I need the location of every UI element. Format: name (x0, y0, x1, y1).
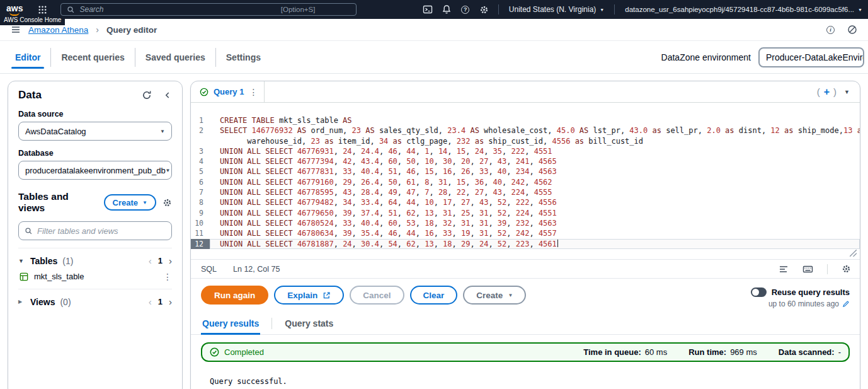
notifications-bell-icon[interactable] (437, 0, 456, 19)
page-number: 1 (158, 297, 163, 306)
text-cursor (557, 240, 559, 247)
database-select[interactable]: producerdatalakeenvironment_pub_db ▼ (18, 161, 172, 180)
run-time-metric: Run time:969 ms (688, 347, 757, 357)
datazone-environment-select[interactable]: Producer-DataLakeEnvironn (758, 47, 864, 67)
reuse-duration-text: up to 60 minutes ago (768, 299, 839, 308)
slashed-circle-icon[interactable] (847, 25, 857, 35)
editor-line[interactable]: 1CREATE TABLE mkt_sls_table AS (191, 115, 860, 125)
refresh-icon[interactable] (142, 90, 152, 100)
clear-button[interactable]: Clear (410, 286, 458, 305)
page-previous-icon[interactable]: ‹ (149, 296, 152, 307)
editor-line[interactable]: 5UNION ALL SELECT 46777831, 33, 40.4, 51… (191, 166, 860, 177)
search-shortcut: [Option+S] (281, 6, 316, 13)
cloudshell-icon[interactable] (418, 0, 437, 19)
breadcrumb-service-link[interactable]: Amazon Athena (28, 25, 88, 35)
results-tab-divider (271, 318, 272, 329)
athena-tabs-bar: Editor Recent queries Saved queries Sett… (0, 41, 868, 74)
tab-list-dropdown-icon[interactable]: ▼ (844, 89, 850, 95)
filter-tables-field[interactable] (18, 221, 172, 240)
run-again-button[interactable]: Run again (201, 286, 268, 305)
query-tab-kebab-icon[interactable]: ⋮ (249, 88, 258, 96)
query-editor-panel: Query 1 ⋮ ( + ) ▼ 1CREATE TABLE mkt_sls_… (190, 81, 860, 389)
line-number: 10 (191, 218, 210, 228)
editor-line[interactable]: 6UNION ALL SELECT 46779160, 29, 26.4, 50… (191, 177, 860, 187)
tab-query-stats[interactable]: Query stats (283, 315, 334, 334)
status-bar-divider (827, 264, 828, 274)
query-tab[interactable]: Query 1 ⋮ (191, 81, 265, 102)
tab-saved-queries[interactable]: Saved queries (135, 48, 215, 67)
editor-line[interactable]: 10UNION ALL SELECT 46780524, 33, 40.4, 6… (191, 218, 860, 228)
tab-settings[interactable]: Settings (215, 48, 271, 67)
chevron-down-icon: ▼ (18, 258, 25, 264)
line-number: 4 (191, 156, 210, 166)
editor-line[interactable]: 7UNION ALL SELECT 46778595, 43, 28.4, 49… (191, 187, 860, 197)
new-query-tab-button[interactable]: + (820, 86, 833, 98)
search-icon (25, 227, 33, 235)
line-number: 8 (191, 197, 210, 207)
help-icon[interactable]: ? (456, 0, 475, 19)
database-label: Database (18, 149, 172, 158)
page-next-icon[interactable]: › (169, 296, 172, 307)
console-header: aws [Option+S] ? (0, 0, 868, 19)
tables-section-header[interactable]: ▼ Tables (1) ‹ 1 › (18, 248, 172, 266)
editor-line[interactable]: 11UNION ALL SELECT 46780634, 39, 35.4, 4… (191, 228, 860, 238)
console-search[interactable]: [Option+S] (60, 3, 357, 16)
filter-tables-input[interactable] (37, 226, 166, 236)
data-source-label: Data source (18, 110, 172, 119)
hamburger-menu-icon[interactable] (11, 25, 21, 35)
editor-line[interactable]: 2SELECT 146776932 AS ord_num, 23 AS sale… (191, 125, 860, 136)
datazone-environment-label: DataZone environment (661, 52, 751, 62)
line-number: 11 (191, 228, 210, 238)
tab-recent-queries[interactable]: Recent queries (50, 48, 134, 67)
format-query-icon[interactable] (779, 264, 789, 274)
create-button[interactable]: Create ▼ (104, 194, 156, 211)
info-icon[interactable]: i (826, 26, 835, 34)
editor-line[interactable]: 4UNION ALL SELECT 46777394, 42, 43.4, 60… (191, 156, 860, 166)
line-number: 6 (191, 177, 210, 187)
tables-settings-gear-icon[interactable] (163, 198, 172, 207)
search-icon (67, 6, 75, 14)
page-previous-icon[interactable]: ‹ (149, 255, 152, 266)
tab-query-results[interactable]: Query results (201, 315, 260, 334)
account-menu[interactable]: datazone_usr_6sahpieyocph9j/45729418-cc8… (619, 6, 868, 13)
edit-pencil-icon[interactable] (842, 300, 850, 308)
line-number: 12 (191, 239, 210, 249)
editor-lines: 1CREATE TABLE mkt_sls_table AS 2SELECT 1… (191, 115, 860, 249)
settings-gear-icon[interactable] (475, 0, 494, 19)
results-tabs: Query results Query stats (191, 313, 860, 335)
cursor-position: Ln 12, Col 75 (233, 265, 280, 274)
create-dropdown-button[interactable]: Create ▼ (463, 286, 526, 305)
line-number: 3 (191, 146, 210, 156)
collapse-panel-icon[interactable] (163, 91, 172, 100)
table-actions-kebab-icon[interactable]: ⋮ (163, 272, 172, 281)
reuse-query-results-toggle[interactable] (751, 287, 767, 297)
editor-settings-gear-icon[interactable] (842, 264, 851, 274)
console-home-tooltip: AWS Console Home (0, 16, 65, 25)
check-circle-icon (210, 347, 219, 357)
tab-editor[interactable]: Editor (5, 48, 50, 67)
editor-language: SQL (201, 265, 217, 274)
editor-resize-handle[interactable] (850, 250, 857, 257)
editor-line[interactable]: 9UNION ALL SELECT 46779650, 39, 37.4, 51… (191, 208, 860, 218)
views-section-header[interactable]: ▶ Views (0) ‹ 1 › (18, 289, 172, 307)
aws-logo[interactable]: aws (6, 4, 23, 16)
explain-button[interactable]: Explain (274, 286, 344, 305)
keyboard-shortcuts-icon[interactable] (802, 264, 813, 274)
query-result-message: Query successful. (210, 377, 860, 386)
cancel-button[interactable]: Cancel (350, 286, 404, 305)
search-input[interactable] (79, 5, 276, 14)
region-selector[interactable]: United States (N. Virginia) ▼ (503, 5, 610, 14)
line-number: 1 (191, 115, 210, 125)
editor-line[interactable]: 12UNION ALL SELECT 46781887, 24, 30.4, 5… (191, 239, 860, 249)
sql-editor[interactable]: 1CREATE TABLE mkt_sls_table AS 2SELECT 1… (191, 103, 860, 259)
editor-line[interactable]: warehouse_id, 23 as item_id, 34 as ctlg_… (191, 136, 860, 146)
breadcrumb-current-page: Query editor (106, 25, 157, 35)
page-next-icon[interactable]: › (169, 255, 172, 266)
editor-line[interactable]: 3UNION ALL SELECT 46776931, 24, 24.4, 46… (191, 146, 860, 156)
data-source-select[interactable]: AwsDataCatalog ▼ (18, 122, 172, 141)
breadcrumb-separator-icon: › (96, 25, 99, 35)
reuse-query-results-label: Reuse query results (772, 287, 850, 297)
editor-line[interactable]: 8UNION ALL SELECT 46779482, 34, 33.4, 64… (191, 197, 860, 207)
table-list-item[interactable]: mkt_sls_table ⋮ (18, 272, 172, 281)
line-number: 2 (191, 125, 210, 136)
